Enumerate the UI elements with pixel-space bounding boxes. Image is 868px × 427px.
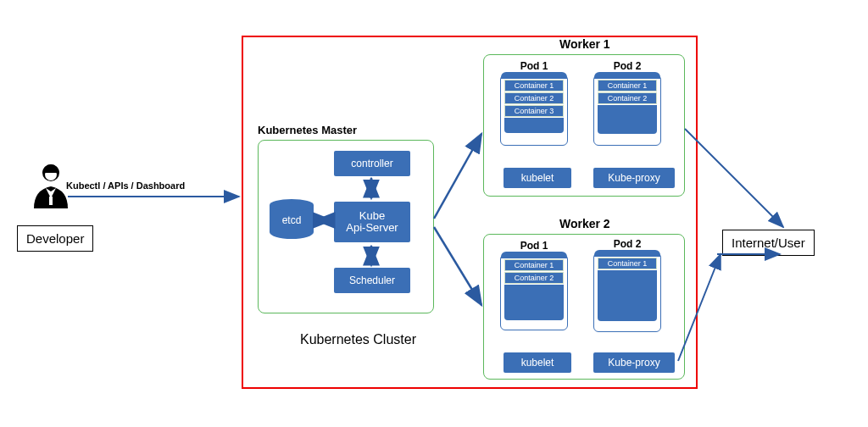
- api-server-box: Kube Api-Server: [334, 202, 410, 242]
- scheduler-box: Scheduler: [334, 268, 410, 293]
- api-server-line2: Api-Server: [346, 222, 398, 234]
- api-server-line1: Kube: [359, 210, 385, 222]
- controller-box: controller: [334, 151, 410, 176]
- w2-pod1-c2: Container 2: [504, 272, 564, 284]
- w2-pod2-c1: Container 1: [598, 258, 657, 269]
- w1-pod1-c1: Container 1: [504, 80, 564, 92]
- svg-point-0: [42, 164, 59, 181]
- w2-pod2: Pod 2 Container 1: [593, 252, 661, 332]
- w1-kubeproxy: Kube-proxy: [593, 168, 675, 188]
- w1-pod1-c2: Container 2: [504, 92, 564, 104]
- w1-pod1-c3: Container 3: [504, 105, 564, 117]
- svg-point-1: [45, 169, 57, 180]
- w2-kubeproxy: Kube-proxy: [593, 352, 675, 373]
- etcd-label: etcd: [270, 214, 314, 226]
- w2-pod1-c1: Container 1: [504, 259, 564, 271]
- svg-rect-2: [49, 197, 53, 205]
- w2-pod2-title: Pod 2: [594, 238, 660, 250]
- worker2-title: Worker 2: [559, 217, 610, 230]
- w1-pod2-c1: Container 1: [598, 80, 657, 92]
- w2-kubelet: kubelet: [504, 352, 571, 373]
- svg-line-12: [685, 129, 783, 227]
- kubectl-api-label: Kubectl / APIs / Dashboard: [66, 180, 185, 191]
- worker1-title: Worker 1: [559, 37, 610, 51]
- cluster-label: Kubernetes Cluster: [300, 332, 416, 347]
- etcd-cylinder: etcd: [270, 199, 314, 240]
- w1-pod1-title: Pod 1: [501, 60, 567, 72]
- w1-kubelet: kubelet: [504, 168, 571, 188]
- internet-user-label: Internet/User: [722, 230, 815, 256]
- developer-label: Developer: [17, 225, 93, 252]
- w2-pod1: Pod 1 Container 1 Container 2: [500, 254, 568, 330]
- w1-pod2-title: Pod 2: [594, 60, 660, 72]
- w2-pod1-title: Pod 1: [501, 240, 567, 252]
- master-title: Kubernetes Master: [258, 124, 357, 136]
- w1-pod2: Pod 2 Container 1 Container 2: [593, 75, 661, 146]
- w1-pod2-c2: Container 2: [598, 92, 657, 104]
- w1-pod1: Pod 1 Container 1 Container 2 Container …: [500, 75, 568, 146]
